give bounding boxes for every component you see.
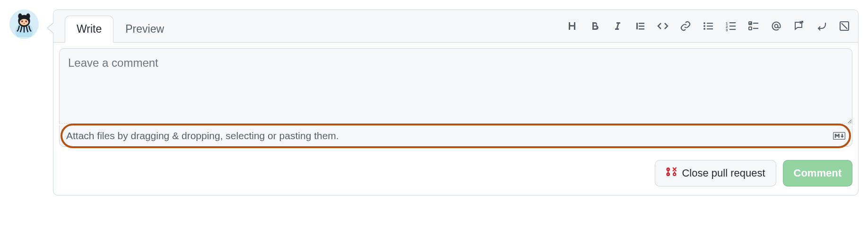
- close-pr-label: Close pull request: [682, 167, 765, 179]
- quote-icon[interactable]: [634, 20, 646, 32]
- svg-rect-17: [729, 22, 736, 23]
- svg-point-28: [667, 168, 669, 170]
- svg-rect-12: [707, 26, 713, 27]
- svg-point-6: [25, 20, 27, 22]
- italic-icon[interactable]: [611, 20, 624, 32]
- svg-point-8: [703, 22, 705, 24]
- avatar[interactable]: [9, 9, 39, 39]
- svg-rect-11: [707, 23, 713, 24]
- svg-point-30: [673, 173, 676, 176]
- svg-text:3: 3: [726, 28, 728, 32]
- svg-point-9: [703, 25, 705, 27]
- saved-replies-icon[interactable]: [838, 20, 851, 32]
- svg-rect-13: [707, 28, 713, 29]
- svg-line-26: [842, 23, 847, 29]
- numbered-list-icon[interactable]: 123: [725, 20, 737, 32]
- svg-point-5: [21, 20, 23, 22]
- bold-icon[interactable]: [589, 20, 601, 32]
- reply-icon[interactable]: [816, 20, 828, 32]
- tab-write[interactable]: Write: [65, 16, 113, 43]
- svg-rect-21: [749, 27, 752, 30]
- comment-label: Comment: [794, 167, 842, 179]
- attach-hint-text: Attach files by dragging & dropping, sel…: [66, 130, 339, 142]
- git-pull-request-closed-icon: [666, 166, 677, 180]
- svg-rect-18: [729, 26, 736, 27]
- svg-point-7: [23, 23, 25, 24]
- markdown-toolbar: 123: [564, 16, 852, 36]
- markdown-icon[interactable]: [833, 132, 845, 140]
- comment-button[interactable]: Comment: [783, 160, 852, 186]
- comment-composer: Write Preview: [53, 9, 859, 195]
- attach-files-bar[interactable]: Attach files by dragging & dropping, sel…: [59, 125, 852, 147]
- code-icon[interactable]: [657, 20, 669, 32]
- svg-point-4: [20, 19, 29, 26]
- svg-point-29: [667, 173, 669, 176]
- svg-point-10: [703, 28, 705, 30]
- bullet-list-icon[interactable]: [702, 20, 714, 32]
- comment-textarea[interactable]: [59, 48, 852, 124]
- task-list-icon[interactable]: [747, 20, 760, 32]
- svg-point-24: [775, 25, 778, 28]
- link-icon[interactable]: [679, 20, 692, 32]
- svg-rect-19: [729, 29, 736, 30]
- close-pull-request-button[interactable]: Close pull request: [655, 160, 776, 186]
- mention-icon[interactable]: [770, 20, 782, 32]
- heading-icon[interactable]: [566, 20, 578, 32]
- cross-reference-icon[interactable]: [793, 20, 805, 32]
- composer-header: Write Preview: [53, 10, 858, 43]
- tab-preview[interactable]: Preview: [113, 16, 176, 43]
- svg-point-3: [26, 13, 30, 19]
- svg-point-2: [18, 13, 22, 19]
